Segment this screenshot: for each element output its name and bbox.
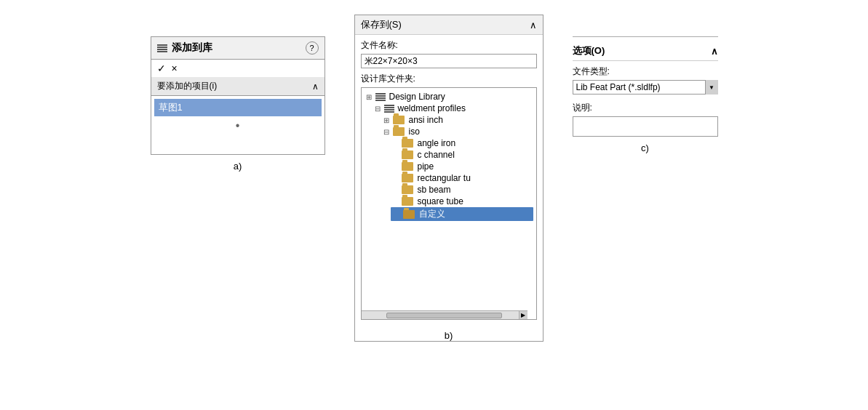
folder-icon-c-channel — [402, 150, 413, 159]
tree-node-ansi[interactable]: ⊞ ansi inch — [382, 114, 533, 126]
node-label-square-tube: square tube — [418, 196, 463, 206]
filetype-label: 文件类型: — [573, 65, 718, 78]
panel-a: 添加到库 ? ✓ × 要添加的项目(i) ∧ 草图1 • a) — [151, 36, 325, 172]
tree-node-rect[interactable]: rectangular tu — [391, 172, 533, 184]
node-label-design-library: Design Library — [389, 92, 445, 102]
panel-b: 保存到(S) ∧ 文件名称: 设计库文件夹: ⊞ Design Library … — [354, 15, 544, 342]
folder-icon-custom — [403, 210, 415, 219]
scrollbar-track[interactable] — [386, 313, 503, 318]
filename-input[interactable] — [361, 54, 537, 68]
saveto-chevron[interactable]: ∧ — [530, 20, 537, 31]
library-icon — [157, 43, 167, 53]
panel-a-header-left: 添加到库 — [157, 41, 212, 55]
section-chevron[interactable]: ∧ — [312, 81, 319, 92]
folder-icon-pipe — [402, 162, 413, 171]
filetype-select[interactable]: Lib Feat Part (*.sldlfp)Part (*.sldprt) — [573, 80, 718, 95]
tree-node-custom[interactable]: 自定义 — [391, 207, 533, 221]
saveto-body: 文件名称: 设计库文件夹: ⊞ Design Library ⊟ — [355, 35, 543, 324]
node-label-angle-iron: angle iron — [418, 138, 456, 148]
section-label: 要添加的项目(i) — [157, 80, 218, 92]
panel-a-title: 添加到库 — [172, 41, 212, 55]
tree-node-weldment[interactable]: ⊟ weldment profiles — [373, 102, 533, 114]
section-header: 要添加的项目(i) ∧ — [151, 77, 324, 96]
node-label-weldment: weldment profiles — [398, 103, 466, 113]
label-c: c) — [573, 142, 718, 153]
panel-c: 选项(O) ∧ 文件类型: Lib Feat Part (*.sldlfp)Pa… — [573, 36, 718, 153]
filetype-select-wrapper: Lib Feat Part (*.sldlfp)Part (*.sldprt) … — [573, 80, 718, 95]
folder-icon-sb-beam — [402, 185, 413, 194]
options-chevron[interactable]: ∧ — [711, 46, 718, 57]
folder-icon-angle-iron — [402, 139, 413, 148]
tree-container: ⊞ Design Library ⊟ weldment profiles — [361, 87, 537, 320]
tree-node-angle-iron[interactable]: angle iron — [391, 137, 533, 149]
node-label-sb-beam: sb beam — [418, 185, 451, 195]
folder-icon-square-tube — [402, 197, 413, 206]
tree-node-sb-beam[interactable]: sb beam — [391, 184, 533, 196]
folder-icon-rect — [402, 174, 413, 182]
section-content: 草图1 • — [151, 96, 324, 154]
filename-label: 文件名称: — [361, 39, 537, 52]
panel-a-header: 添加到库 ? — [151, 36, 325, 60]
tree-inner: ⊞ Design Library ⊟ weldment profiles — [362, 88, 536, 224]
node-label-custom: 自定义 — [419, 208, 445, 220]
node-label-iso: iso — [409, 126, 420, 137]
tree-node-c-channel[interactable]: c channel — [391, 149, 533, 161]
lib-icon-weldment — [384, 103, 394, 113]
tree-node-pipe[interactable]: pipe — [391, 161, 533, 172]
list-item[interactable]: 草图1 — [154, 99, 322, 116]
node-label-rect: rectangular tu — [418, 173, 471, 183]
folder-label: 设计库文件夹: — [361, 73, 537, 85]
options-label: 选项(O) — [573, 44, 605, 57]
tree-node-iso[interactable]: ⊟ iso — [382, 126, 533, 137]
folder-icon-ansi — [393, 116, 405, 124]
expander-ansi[interactable]: ⊞ — [382, 116, 391, 124]
lib-icon-design-library — [375, 92, 386, 102]
label-a: a) — [151, 161, 325, 172]
tree-node-square-tube[interactable]: square tube — [391, 196, 533, 207]
toolbar-row: ✓ × — [151, 60, 325, 77]
items-section: 要添加的项目(i) ∧ 草图1 • — [151, 77, 325, 155]
node-label-pipe: pipe — [418, 161, 434, 172]
desc-label: 说明: — [573, 102, 718, 114]
desc-input[interactable] — [573, 116, 718, 137]
tree-scrollbar[interactable]: ▶ — [362, 310, 527, 319]
help-icon[interactable]: ? — [306, 41, 319, 55]
expander-iso[interactable]: ⊟ — [382, 128, 391, 136]
saveto-header: 保存到(S) ∧ — [355, 15, 543, 35]
saveto-title: 保存到(S) — [361, 18, 402, 31]
expander-design-library[interactable]: ⊞ — [365, 93, 373, 101]
label-b: b) — [355, 330, 543, 341]
panel-c-divider — [573, 36, 718, 37]
dot-indicator: • — [154, 116, 322, 135]
folder-icon-iso — [393, 127, 405, 136]
scrollbar-right[interactable]: ▶ — [519, 311, 527, 319]
expander-weldment[interactable]: ⊟ — [373, 105, 382, 113]
select-arrow-icon: ▼ — [705, 80, 718, 95]
options-header: 选项(O) ∧ — [573, 41, 718, 61]
close-button[interactable]: × — [172, 63, 178, 74]
node-label-c-channel: c channel — [418, 150, 455, 160]
node-label-ansi: ansi inch — [409, 115, 443, 125]
check-button[interactable]: ✓ — [157, 63, 166, 74]
tree-node-design-library[interactable]: ⊞ Design Library — [365, 91, 533, 102]
